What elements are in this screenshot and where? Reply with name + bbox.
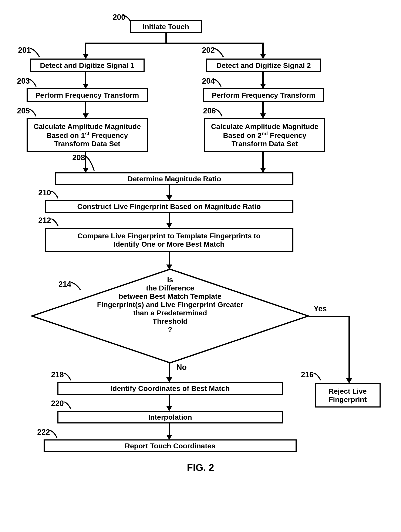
figure-title: FIG. 2 (17, 462, 384, 473)
box-detect-signal-1: Detect and Digitize Signal 1 (30, 58, 145, 72)
label-201: 201 (18, 46, 31, 55)
box-interpolation: Interpolation (57, 411, 283, 424)
box-calc-amplitude-2: Calculate Amplitude Magnitude Based on 2… (204, 118, 325, 152)
label-202: 202 (202, 46, 215, 55)
label-222: 222 (37, 428, 50, 437)
no-label: No (177, 363, 187, 372)
label-connector-206 (215, 109, 223, 117)
label-204: 204 (202, 77, 215, 86)
box-construct-fingerprint: Construct Live Fingerprint Based on Magn… (45, 200, 293, 213)
label-218: 218 (51, 370, 64, 379)
box-magnitude-ratio: Determine Magnitude Ratio (55, 172, 293, 185)
box-calc-amplitude-1: Calculate Amplitude Magnitude Based on 1… (27, 118, 148, 152)
label-206: 206 (203, 106, 216, 115)
label-connector-202 (214, 48, 224, 58)
label-connector-204 (214, 79, 222, 88)
label-connector-216 (313, 373, 322, 381)
yes-label: Yes (314, 304, 327, 313)
box-detect-signal-2: Detect and Digitize Signal 2 (206, 58, 321, 72)
label-connector-212 (51, 219, 59, 227)
label-connector-220 (63, 402, 72, 410)
box-identify-coords: Identify Coordinates of Best Match (57, 382, 283, 395)
label-212: 212 (38, 216, 51, 225)
decision-text: Is the Difference between Best Match Tem… (93, 276, 247, 334)
label-203: 203 (17, 77, 30, 86)
box-reject: Reject Live Fingerprint (315, 383, 381, 407)
box-freq-transform-2: Perform Frequency Transform (203, 88, 324, 102)
box-initiate-touch: Initiate Touch (130, 20, 202, 33)
label-connector-210 (51, 191, 59, 199)
flowchart-container: 200 Initiate Touch 201 Detect and Digiti… (17, 13, 384, 519)
label-connector-203 (29, 79, 37, 88)
label-connector-205 (29, 109, 37, 117)
label-220: 220 (51, 399, 64, 408)
label-208: 208 (72, 153, 85, 162)
label-216: 216 (301, 370, 314, 379)
label-connector-222 (49, 430, 58, 439)
box-report-coords: Report Touch Coordinates (43, 439, 296, 452)
box-compare-fingerprint: Compare Live Fingerprint to Template Fin… (45, 228, 293, 252)
label-210: 210 (38, 188, 51, 197)
label-connector-208 (85, 156, 95, 172)
box-freq-transform-1: Perform Frequency Transform (27, 88, 148, 102)
label-205: 205 (17, 106, 30, 115)
label-connector-218 (63, 373, 72, 381)
label-connector-201 (30, 48, 40, 58)
